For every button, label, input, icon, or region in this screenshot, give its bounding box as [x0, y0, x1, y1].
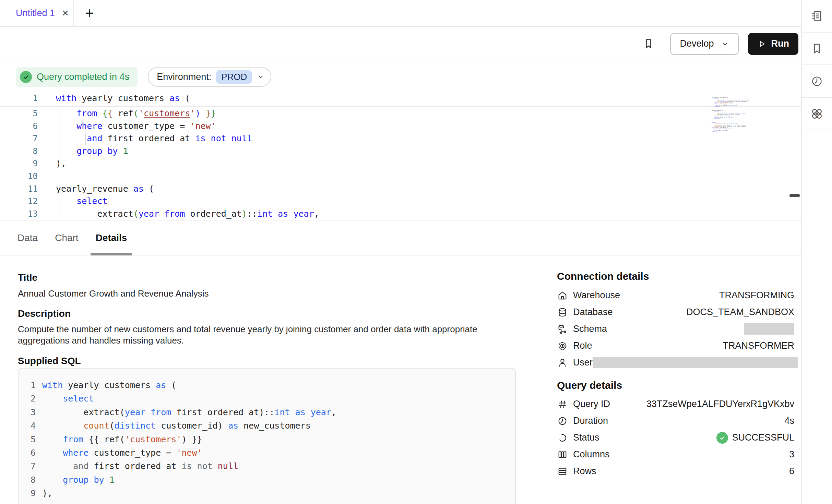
code-text: select [38, 195, 108, 208]
connection-row-database: DatabaseDOCS_TEAM_SANDBOX [557, 304, 794, 321]
code-text: yearly_revenue as ( [38, 183, 154, 195]
line-number: 2 [19, 392, 36, 405]
code-text: group by 1 [36, 473, 115, 487]
notebook-icon[interactable] [802, 0, 832, 33]
code-text: select [36, 392, 94, 405]
code-line: 11yearly_revenue as ( [0, 183, 801, 195]
history-icon[interactable] [802, 65, 832, 98]
database-icon [557, 307, 568, 317]
row-value: 6 [789, 466, 794, 477]
query-row-query-id: Query ID33TZseWpe1ALFDUYerxR1gVKxbv [557, 396, 794, 412]
query-status-pill: Query completed in 4s [16, 67, 138, 87]
row-label: Schema [573, 324, 607, 334]
description-heading: Description [18, 308, 71, 319]
code-line: 5 from {{ ref('customers') }} [0, 107, 801, 120]
editor-scrollbar-thumb[interactable] [789, 194, 800, 197]
new-tab-button[interactable]: + [74, 0, 105, 26]
editor-minimap[interactable]: with yearly_customers as ( select extrac… [712, 97, 757, 135]
code-line: 1with yearly_customers as ( [19, 379, 515, 392]
code-text: from {{ ref('customers') }} [38, 107, 216, 120]
row-value: SUCCESSFUL [732, 432, 794, 443]
play-icon [757, 39, 766, 48]
bookmark-icon[interactable] [643, 38, 654, 50]
row-label: Columns [573, 449, 610, 460]
row-value: DOCS_TEAM_SANDBOX [686, 307, 794, 317]
chevron-down-icon [721, 40, 729, 48]
line-number: 3 [19, 406, 36, 419]
schema-icon [557, 324, 568, 334]
canvas-icon[interactable] [802, 98, 832, 130]
code-line: 8 group by 1 [0, 145, 801, 158]
code-line: 9), [0, 157, 801, 170]
supplied-sql-block: 1with yearly_customers as (2 select3 ext… [18, 368, 516, 504]
line-number: 12 [0, 195, 38, 208]
code-line: 2 select [19, 392, 515, 405]
file-tab-label: Untitled 1 [16, 8, 55, 19]
code-text: with yearly_customers as ( [36, 379, 176, 392]
row-label: Duration [573, 416, 608, 426]
close-tab-icon[interactable]: ✕ [60, 8, 70, 19]
tab-chart[interactable]: Chart [50, 220, 83, 255]
row-value: 4s [784, 416, 794, 426]
spinner-icon [557, 433, 568, 443]
code-text: group by 1 [38, 145, 128, 158]
title-heading: Title [18, 272, 37, 283]
sql-editor[interactable]: 1with yearly_customers as ( 5 from {{ re… [0, 91, 801, 220]
code-text: ), [36, 487, 52, 500]
line-number: 10 [19, 500, 36, 504]
row-label: Query ID [573, 399, 610, 409]
file-tab-untitled[interactable]: Untitled 1 ✕ [0, 0, 74, 26]
line-number: 11 [0, 183, 38, 195]
line-number: 1 [0, 91, 38, 106]
code-line: 10 [19, 500, 515, 504]
query-row-columns: Columns3 [557, 446, 794, 463]
query-row-rows: Rows6 [557, 463, 794, 480]
environment-label: Environment: [157, 72, 211, 82]
connection-row-warehouse: WarehouseTRANSFORMING [557, 287, 794, 304]
code-text: ), [38, 157, 66, 170]
run-button[interactable]: Run [748, 33, 798, 55]
indent-guide [85, 133, 86, 145]
toolbar: Develop Run [0, 27, 801, 61]
bookmark-icon[interactable] [802, 33, 832, 65]
develop-label: Develop [680, 38, 714, 49]
connection-row-schema: Schema [557, 321, 794, 337]
supplied-sql-heading: Supplied SQL [18, 356, 81, 367]
code-text: where customer_type = 'new' [36, 446, 202, 459]
develop-dropdown[interactable]: Develop [670, 33, 738, 55]
connection-details-heading: Connection details [557, 271, 649, 282]
row-label: Status [573, 432, 599, 443]
code-line: 1with yearly_customers as ( [0, 91, 801, 106]
connection-details-rows: WarehouseTRANSFORMINGDatabaseDOCS_TEAM_S… [557, 287, 794, 371]
status-row: Query completed in 4s Environment: PROD [0, 62, 801, 91]
tab-details[interactable]: Details [91, 220, 132, 255]
environment-selector[interactable]: Environment: PROD [148, 67, 271, 87]
status-value: SUCCESSFUL [716, 432, 794, 444]
code-line: 7 and first_ordered_at is not null [0, 132, 801, 145]
row-label: Database [573, 307, 613, 317]
query-details-heading: Query details [557, 380, 622, 391]
line-number: 10 [0, 170, 38, 183]
columns-icon [557, 449, 568, 460]
code-text [36, 500, 42, 504]
code-line: 8 group by 1 [19, 473, 515, 487]
code-line: 13 extract(year from ordered_at)::int as… [0, 208, 801, 220]
file-tab-bar: Untitled 1 ✕ + [0, 0, 801, 27]
line-number: 13 [0, 208, 38, 220]
code-line: 6 where customer_type = 'new' [19, 446, 515, 459]
tab-data[interactable]: Data [12, 220, 43, 255]
code-line: 4 count(distinct customer_id) as new_cus… [19, 419, 515, 432]
row-value: 33TZseWpe1ALFDUYerxR1gVKxbv [646, 399, 794, 409]
code-text: and first_ordered_at is not null [38, 132, 252, 145]
user-icon [557, 358, 568, 368]
line-number: 7 [0, 132, 38, 145]
chevron-down-icon [257, 73, 264, 81]
row-label: User [573, 357, 593, 368]
line-number: 7 [19, 459, 36, 473]
title-value: Annual Customer Growth and Revenue Analy… [18, 288, 209, 299]
query-row-status: StatusSUCCESSFUL [557, 429, 794, 446]
code-text: from {{ ref('customers') }} [36, 433, 202, 446]
code-text [38, 170, 56, 183]
line-number: 5 [19, 433, 36, 446]
redacted-value [593, 357, 798, 368]
